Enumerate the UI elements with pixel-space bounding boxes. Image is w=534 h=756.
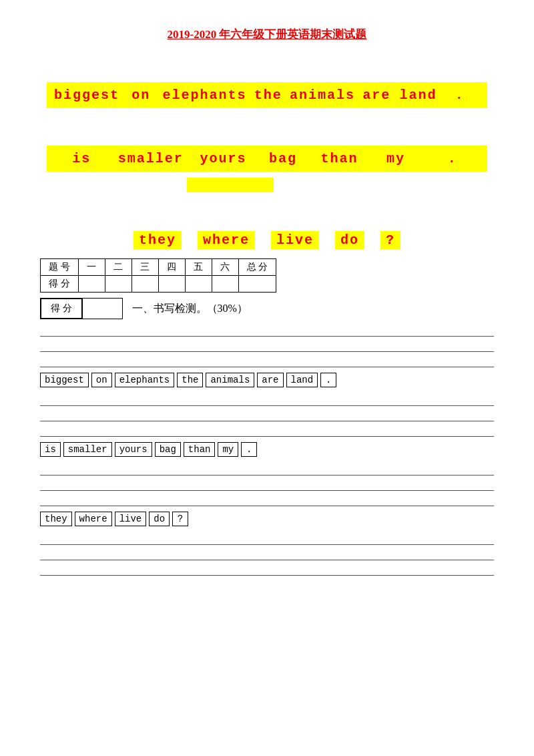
word-period2: . — [433, 151, 473, 166]
word-they: they — [134, 231, 182, 249]
word-than: than — [320, 151, 360, 166]
score-input-box[interactable] — [83, 298, 123, 319]
score-3 — [131, 276, 158, 293]
score-1 — [78, 276, 105, 293]
wbox-period1: . — [320, 373, 336, 387]
word-boxes-row-1: biggest on elephants the animals are lan… — [40, 373, 494, 387]
score-title-row: 得 分 一、书写检测。（30%） — [40, 298, 494, 319]
answer-highlight — [187, 178, 274, 192]
write-line-3 — [40, 354, 494, 367]
word-do: do — [335, 231, 364, 249]
writing-section: biggest on elephants the animals are lan… — [40, 323, 494, 576]
wbox-the: the — [177, 373, 203, 387]
word-animals: animals — [290, 87, 355, 103]
col-4: 四 — [158, 259, 185, 276]
header-label-ti: 题 号 — [41, 259, 79, 276]
write-line-5 — [40, 408, 494, 421]
col-3: 三 — [131, 259, 158, 276]
wbox-are: are — [257, 373, 283, 387]
wbox-on: on — [91, 373, 112, 387]
word-on: on — [121, 87, 161, 103]
write-line-1 — [40, 323, 494, 337]
col-2: 二 — [105, 259, 131, 276]
write-line-10 — [40, 532, 494, 545]
wbox3-live: live — [115, 512, 147, 526]
col-6: 六 — [212, 259, 238, 276]
word-where: where — [198, 231, 255, 249]
wbox2-period: . — [241, 442, 257, 457]
wbox2-yours: yours — [115, 442, 152, 457]
wbox-biggest: biggest — [40, 373, 89, 387]
wbox2-smaller: smaller — [63, 442, 112, 457]
word-are: are — [356, 87, 396, 103]
wbox-land: land — [286, 373, 318, 387]
word-bag: bag — [263, 151, 303, 166]
col-5: 五 — [185, 259, 212, 276]
write-line-8 — [40, 478, 494, 491]
word-my: my — [376, 151, 416, 166]
score-5 — [185, 276, 212, 293]
word-is: is — [61, 151, 101, 166]
wbox-elephants: elephants — [115, 373, 175, 387]
write-line-12 — [40, 562, 494, 576]
word-the: the — [248, 87, 288, 103]
wbox3-where: where — [75, 512, 112, 526]
scramble-row-2: is smaller yours bag than my . — [47, 146, 487, 172]
score-box-label: 得 分 — [40, 298, 83, 319]
score-2 — [105, 276, 131, 293]
wbox2-my: my — [218, 442, 238, 457]
wbox2-than: than — [184, 442, 216, 457]
wbox3-question: ? — [172, 512, 188, 526]
word-elephants: elephants — [163, 87, 247, 103]
page-title: 2019-2020 年六年级下册英语期末测试题 — [40, 27, 494, 42]
word-period1: . — [440, 87, 480, 103]
write-line-9 — [40, 493, 494, 506]
word-question: ? — [380, 231, 400, 249]
word-land: land — [398, 87, 439, 103]
write-line-7 — [40, 462, 494, 476]
write-line-6 — [40, 423, 494, 437]
word-smaller: smaller — [118, 151, 184, 166]
section-title: 一、书写检测。（30%） — [132, 302, 248, 316]
wbox3-do: do — [149, 512, 170, 526]
wbox3-they: they — [40, 512, 72, 526]
score-total — [238, 276, 276, 293]
word-biggest: biggest — [54, 87, 119, 103]
write-line-2 — [40, 339, 494, 352]
word-boxes-row-3: they where live do ? — [40, 512, 494, 526]
wbox2-bag: bag — [155, 442, 181, 457]
wbox2-is: is — [40, 442, 61, 457]
write-line-11 — [40, 547, 494, 560]
write-line-4 — [40, 393, 494, 406]
col-total: 总 分 — [238, 259, 276, 276]
col-1: 一 — [78, 259, 105, 276]
word-yours: yours — [200, 151, 246, 166]
score-label-de: 得 分 — [41, 276, 79, 293]
score-4 — [158, 276, 185, 293]
grade-table: 题 号 一 二 三 四 五 六 总 分 得 分 — [40, 258, 276, 293]
score-6 — [212, 276, 238, 293]
grade-table-section: 题 号 一 二 三 四 五 六 总 分 得 分 — [40, 258, 494, 293]
scramble-row-1: biggest on elephants the animals are lan… — [47, 82, 487, 108]
wbox-animals: animals — [206, 373, 254, 387]
scramble-row-3: they where live do ? — [47, 226, 487, 254]
word-boxes-row-2: is smaller yours bag than my . — [40, 442, 494, 457]
word-live: live — [271, 231, 319, 249]
